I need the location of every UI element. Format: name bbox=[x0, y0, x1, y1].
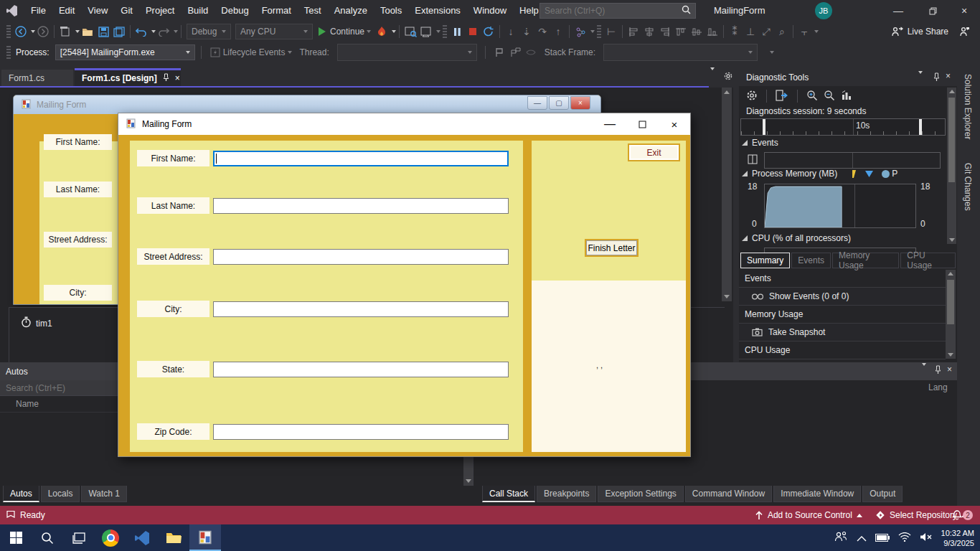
vs-code-icon[interactable] bbox=[126, 524, 158, 551]
designer-label-street-address[interactable]: Street Address: bbox=[44, 232, 112, 248]
format-pointer-button[interactable]: ⊢ bbox=[603, 23, 619, 40]
size-to-grid-button[interactable]: ⊥ bbox=[743, 23, 758, 40]
rail-tab-solution-explorer[interactable]: Solution Explorer bbox=[963, 74, 973, 139]
tab-breakpoints[interactable]: Breakpoints bbox=[537, 486, 596, 502]
solution-configuration-dropdown[interactable]: Debug bbox=[187, 24, 231, 39]
menu-format[interactable]: Format bbox=[255, 0, 298, 22]
menu-file[interactable]: File bbox=[24, 0, 52, 22]
finish-letter-button[interactable]: Finish Letter bbox=[585, 239, 639, 257]
layout-dropdown[interactable] bbox=[436, 30, 440, 33]
diagnostics-scrollbar-lower[interactable] bbox=[946, 270, 956, 359]
redo-button[interactable] bbox=[156, 23, 171, 40]
live-share-button[interactable]: Live Share bbox=[891, 26, 956, 37]
lifecycle-events-dropdown[interactable]: Lifecycle Events bbox=[223, 47, 286, 57]
tab-form1-cs-design[interactable]: Form1.cs [Design] × bbox=[75, 68, 181, 86]
diag-zoom-out-icon[interactable] bbox=[824, 90, 835, 103]
close-tab-icon[interactable]: × bbox=[175, 73, 180, 83]
designer-form-titlebar[interactable]: Mailing Form — ▢ × bbox=[14, 95, 600, 114]
people-icon[interactable] bbox=[834, 531, 848, 545]
city-input[interactable] bbox=[213, 301, 509, 317]
flag-threads-button[interactable] bbox=[491, 44, 507, 61]
first-name-input[interactable] bbox=[213, 151, 509, 166]
rail-tab-git-changes[interactable]: Git Changes bbox=[963, 163, 973, 211]
designer-options-gear-icon[interactable] bbox=[723, 71, 733, 83]
menu-extensions[interactable]: Extensions bbox=[408, 0, 467, 22]
flag-group-button[interactable] bbox=[507, 44, 523, 61]
file-explorer-icon[interactable] bbox=[158, 524, 189, 551]
notification-count-badge[interactable]: 2 bbox=[963, 510, 973, 520]
menu-edit[interactable]: Edit bbox=[52, 0, 81, 22]
align-tops-button[interactable] bbox=[673, 23, 689, 40]
find-in-code-button[interactable] bbox=[402, 23, 418, 40]
window-layout-button[interactable] bbox=[418, 23, 434, 40]
process-memory-section-header[interactable]: Process Memory (MB) P bbox=[742, 169, 897, 179]
start-button[interactable] bbox=[0, 524, 32, 551]
diag-settings-gear-icon[interactable] bbox=[746, 90, 758, 103]
volume-muted-icon[interactable] bbox=[920, 532, 933, 545]
diagnostics-scrollbar-upper[interactable] bbox=[947, 88, 956, 244]
zip-code-input[interactable] bbox=[213, 424, 509, 440]
street-address-input[interactable] bbox=[213, 249, 509, 265]
add-to-source-control-button[interactable]: Add to Source Control bbox=[755, 510, 862, 520]
callstack-language-column-header[interactable]: Lang bbox=[928, 382, 948, 392]
task-view-icon[interactable] bbox=[63, 524, 95, 551]
app-close-button[interactable]: × bbox=[660, 113, 689, 135]
hot-reload-button[interactable] bbox=[374, 23, 390, 40]
navigate-back-button[interactable] bbox=[13, 23, 29, 40]
tab-immediate-window[interactable]: Immediate Window bbox=[773, 486, 861, 502]
diag-pin-icon[interactable] bbox=[933, 72, 940, 84]
tab-summary[interactable]: Summary bbox=[740, 253, 790, 268]
restart-button[interactable] bbox=[481, 23, 496, 40]
tab-locals[interactable]: Locals bbox=[41, 486, 80, 502]
show-events-link[interactable]: Show Events (0 of 0) bbox=[739, 288, 946, 306]
diag-zoom-in-icon[interactable] bbox=[806, 90, 818, 103]
last-name-input[interactable] bbox=[213, 198, 509, 214]
quick-search[interactable] bbox=[540, 3, 696, 19]
code-map-button[interactable] bbox=[573, 23, 588, 40]
tab-command-window[interactable]: Command Window bbox=[685, 486, 772, 502]
search-icon[interactable] bbox=[682, 5, 695, 17]
navigate-forward-button[interactable] bbox=[35, 23, 51, 40]
show-next-statement-button[interactable]: ↑ bbox=[550, 23, 566, 40]
redo-dropdown[interactable] bbox=[174, 30, 178, 33]
exit-button[interactable]: Exit bbox=[628, 143, 680, 161]
diag-export-icon[interactable] bbox=[776, 90, 788, 103]
tab-autos[interactable]: Autos bbox=[3, 486, 39, 502]
wifi-icon[interactable] bbox=[898, 532, 911, 545]
align-lefts-button[interactable] bbox=[626, 23, 641, 40]
continue-button[interactable]: Continue bbox=[315, 27, 374, 37]
break-all-button[interactable] bbox=[449, 23, 465, 40]
designer-label-last-name[interactable]: Last Name: bbox=[44, 182, 112, 197]
lifecycle-events-icon[interactable] bbox=[207, 44, 223, 61]
align-rights-button[interactable] bbox=[657, 23, 673, 40]
account-avatar[interactable]: JB bbox=[815, 2, 832, 19]
spacing-dropdown[interactable] bbox=[814, 30, 819, 33]
chrome-icon[interactable] bbox=[95, 524, 126, 551]
events-section-header[interactable]: Events bbox=[742, 138, 778, 148]
minimize-button[interactable]: — bbox=[882, 0, 914, 22]
tab-call-stack[interactable]: Call Stack bbox=[482, 486, 535, 502]
dock-dropdown-icon[interactable] bbox=[922, 366, 926, 376]
tab-events[interactable]: Events bbox=[791, 253, 831, 268]
undo-button[interactable] bbox=[133, 23, 149, 40]
app-maximize-button[interactable] bbox=[628, 113, 656, 135]
designer-scrollbar[interactable] bbox=[722, 88, 732, 301]
designer-minimize-button[interactable]: — bbox=[527, 96, 547, 110]
restore-button[interactable] bbox=[917, 0, 948, 22]
open-file-button[interactable] bbox=[80, 23, 95, 40]
menu-analyze[interactable]: Analyze bbox=[328, 0, 374, 22]
cpu-section-header[interactable]: CPU (% of all processors) bbox=[742, 233, 851, 243]
same-size-button[interactable]: ⁑ bbox=[727, 23, 743, 40]
tray-chevron-icon[interactable] bbox=[857, 532, 867, 545]
save-button[interactable] bbox=[95, 23, 111, 40]
debugbar-grip[interactable] bbox=[6, 46, 11, 59]
search-input[interactable] bbox=[540, 6, 682, 16]
dock-pin-icon[interactable] bbox=[935, 365, 941, 377]
send-feedback-button[interactable] bbox=[956, 23, 971, 40]
taskbar-clock[interactable]: 10:32 AM 9/3/2025 bbox=[941, 528, 974, 548]
diag-close-icon[interactable]: × bbox=[946, 71, 951, 81]
notifications-bell-icon[interactable] bbox=[951, 509, 963, 523]
document-dropdown-icon[interactable] bbox=[710, 70, 715, 80]
make-same-width-button[interactable]: ⤢ bbox=[758, 23, 774, 40]
horizontal-spacing-button[interactable]: ⫟ bbox=[796, 23, 812, 40]
